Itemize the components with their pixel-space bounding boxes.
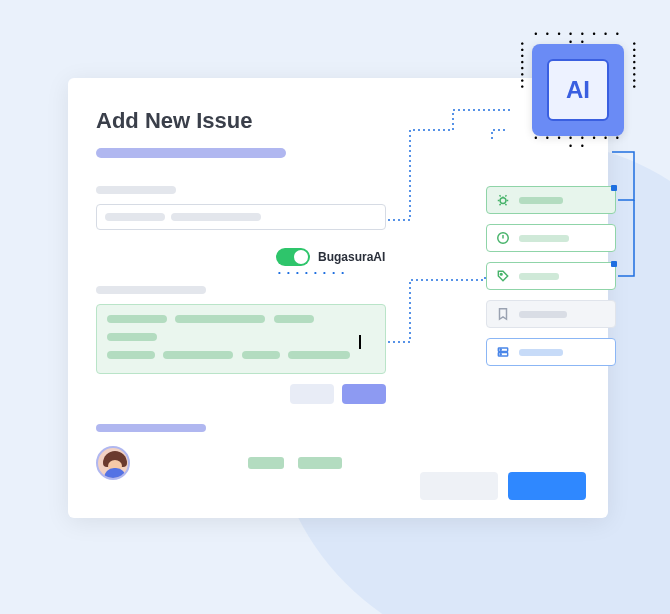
text-cursor-icon <box>359 335 361 349</box>
suggestion-bookmark[interactable] <box>486 300 616 328</box>
title-input[interactable] <box>96 204 386 230</box>
server-icon <box>495 344 511 360</box>
status-chip[interactable] <box>298 457 342 469</box>
title-accent-bar <box>96 148 286 158</box>
ai-toggle[interactable] <box>276 248 310 266</box>
description-label-placeholder <box>96 286 206 294</box>
ai-suggestions-panel <box>486 186 616 366</box>
avatar[interactable] <box>96 446 130 480</box>
svg-point-0 <box>500 198 506 204</box>
suggestion-tag[interactable] <box>486 262 616 290</box>
svg-point-2 <box>500 273 502 275</box>
ai-chip: • • • • • • • • • • • • • • • • • • • • … <box>518 30 638 150</box>
suggestion-bug[interactable] <box>486 186 616 214</box>
alert-circle-icon <box>495 230 511 246</box>
svg-point-6 <box>500 354 501 355</box>
ai-chip-label: AI <box>547 59 609 121</box>
corner-tick-icon <box>611 185 617 191</box>
description-button-row <box>96 384 386 404</box>
footer-buttons <box>420 472 586 500</box>
svg-point-5 <box>500 349 501 350</box>
corner-tick-icon <box>611 261 617 267</box>
ai-toggle-label: BugasuraAI <box>318 250 385 264</box>
bug-icon <box>495 192 511 208</box>
status-chip[interactable] <box>248 457 284 469</box>
ai-description-textarea[interactable] <box>96 304 386 374</box>
tag-icon <box>495 268 511 284</box>
submit-button[interactable] <box>508 472 586 500</box>
primary-small-button[interactable] <box>342 384 386 404</box>
field-label-placeholder <box>96 186 176 194</box>
bookmark-icon <box>495 306 511 322</box>
cancel-button[interactable] <box>420 472 498 500</box>
secondary-small-button[interactable] <box>290 384 334 404</box>
suggestion-server[interactable] <box>486 338 616 366</box>
page-title: Add New Issue <box>96 108 580 134</box>
suggestion-priority[interactable] <box>486 224 616 252</box>
section-bar <box>96 424 206 432</box>
